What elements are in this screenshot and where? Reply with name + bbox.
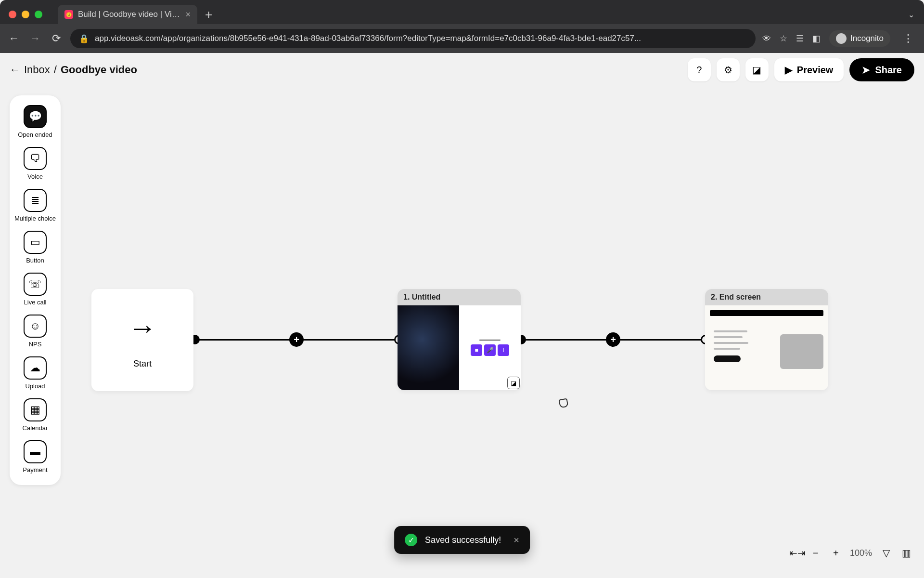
- url-text: app.videoask.com/app/organizations/8b955…: [95, 34, 641, 43]
- incognito-icon: [836, 33, 847, 44]
- zoom-out-button[interactable]: −: [809, 548, 822, 559]
- filter-icon[interactable]: ▽: [880, 547, 892, 559]
- browser-chrome: 🙂 Build | Goodbye video | VideoA × + ⌄ ←…: [0, 0, 924, 53]
- check-icon: ✓: [405, 534, 417, 546]
- node-end-screen[interactable]: 2. End screen: [705, 289, 828, 390]
- node-title: 2. End screen: [705, 289, 828, 305]
- layout-icon[interactable]: ▥: [900, 547, 912, 559]
- node-step-1[interactable]: 1. Untitled ■ 🎤 T ◪: [398, 289, 521, 390]
- favicon-icon: 🙂: [64, 10, 73, 19]
- end-image-placeholder: [780, 334, 823, 369]
- zoom-in-button[interactable]: +: [830, 548, 842, 559]
- video-answer-icon: ■: [471, 344, 482, 356]
- tabs-dropdown-icon[interactable]: ⌄: [898, 5, 924, 24]
- app: ← Inbox / Goodbye video ? ⚙ ◪ ▶ Preview …: [0, 53, 924, 573]
- end-cta: [714, 355, 741, 362]
- toast: ✓ Saved successfully! ×: [394, 526, 530, 554]
- new-tab-button[interactable]: +: [197, 5, 220, 24]
- video-thumbnail: [398, 305, 459, 390]
- eye-off-icon[interactable]: 👁: [762, 34, 771, 44]
- reading-list-icon[interactable]: ☰: [796, 33, 804, 44]
- incognito-badge[interactable]: Incognito: [829, 30, 890, 47]
- mac-minimize-icon[interactable]: [22, 11, 29, 18]
- audio-answer-icon: 🎤: [484, 344, 496, 356]
- start-label: Start: [133, 359, 152, 369]
- arrow-right-icon: →: [128, 311, 157, 344]
- zoom-controls: ⇤⇥ − + 100% ▽ ▥: [789, 547, 912, 559]
- node-start[interactable]: → Start: [91, 289, 193, 391]
- fit-width-icon[interactable]: ⇤⇥: [789, 547, 802, 559]
- grab-cursor-icon: [559, 398, 569, 408]
- tab-close-icon[interactable]: ×: [185, 10, 191, 20]
- browser-menu-icon[interactable]: ⋮: [899, 32, 917, 45]
- add-node-button[interactable]: +: [289, 332, 304, 347]
- text-line: [479, 340, 500, 341]
- canvas[interactable]: + + → Start 1. Untitled ■ 🎤 T: [0, 53, 924, 573]
- url-field[interactable]: 🔒 app.videoask.com/app/organizations/8b9…: [70, 29, 756, 48]
- end-text-lines: [714, 330, 752, 350]
- tab-strip: 🙂 Build | Goodbye video | VideoA × + ⌄: [0, 0, 924, 24]
- extensions-icon[interactable]: ◧: [812, 33, 821, 44]
- end-topbar: [710, 310, 823, 316]
- nav-forward-icon: →: [28, 32, 42, 45]
- browser-tab[interactable]: 🙂 Build | Goodbye video | VideoA ×: [58, 5, 197, 24]
- star-icon[interactable]: ☆: [780, 33, 787, 44]
- text-answer-icon: T: [498, 344, 509, 356]
- toast-message: Saved successfully!: [425, 535, 501, 545]
- mac-traffic-lights[interactable]: [9, 11, 42, 18]
- toast-close-icon[interactable]: ×: [509, 535, 519, 546]
- tab-title: Build | Goodbye video | VideoA: [78, 10, 180, 19]
- node-title: 1. Untitled: [398, 289, 521, 305]
- add-node-button[interactable]: +: [606, 332, 620, 347]
- mac-close-icon[interactable]: [9, 11, 16, 18]
- mac-zoom-icon[interactable]: [35, 11, 42, 18]
- address-bar: ← → ⟳ 🔒 app.videoask.com/app/organizatio…: [0, 24, 924, 53]
- lock-icon: 🔒: [79, 34, 89, 44]
- contact-form-icon[interactable]: ◪: [507, 377, 520, 389]
- incognito-label: Incognito: [850, 34, 884, 43]
- nav-reload-icon[interactable]: ⟳: [49, 32, 64, 45]
- nav-back-icon[interactable]: ←: [7, 32, 21, 45]
- zoom-percent: 100%: [850, 548, 872, 558]
